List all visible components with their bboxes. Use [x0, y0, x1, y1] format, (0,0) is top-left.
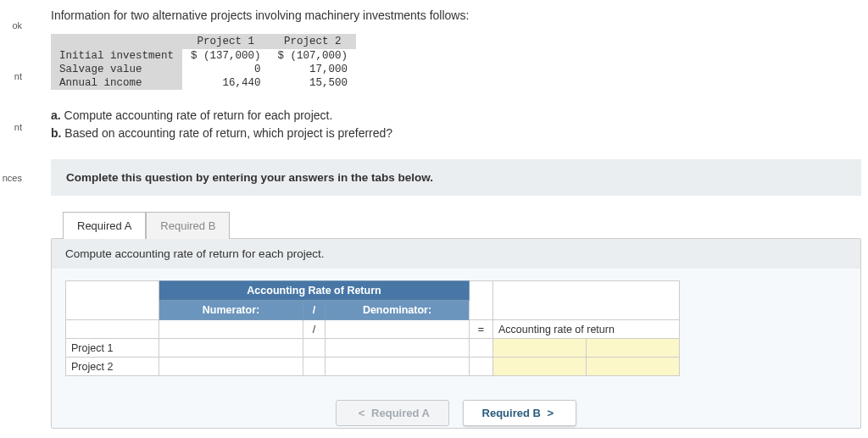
input-denominator-1[interactable]	[326, 339, 470, 358]
row-p2: 15,500	[270, 76, 357, 90]
eq-cell: =	[470, 320, 493, 339]
table-header-p1: Project 1	[182, 34, 270, 49]
table-header-blank	[51, 34, 182, 49]
row-project-1: Project 1	[66, 339, 159, 358]
nav-prev-label: Required A	[371, 407, 430, 419]
chevron-right-icon: >	[548, 407, 554, 419]
sidebar-item: nt	[0, 51, 25, 102]
table-header-p2: Project 2	[270, 34, 357, 49]
input-numerator-2[interactable]	[159, 358, 303, 376]
result-cell-1b[interactable]	[587, 339, 680, 358]
row-p1: $ (137,000)	[182, 49, 270, 63]
th-numerator: Numerator:	[159, 301, 303, 320]
tab-required-a[interactable]: Required A	[63, 212, 146, 239]
instruction-bar: Complete this question by entering your …	[51, 159, 861, 196]
row-blank	[66, 320, 159, 339]
nav-next-label: Required B	[482, 407, 541, 419]
sidebar-item: nt	[0, 102, 25, 152]
slash-cell: /	[303, 320, 326, 339]
result-label: Accounting rate of return	[493, 320, 680, 339]
q-b-prefix: b.	[51, 126, 61, 140]
input-denominator-0[interactable]	[326, 320, 470, 339]
q-a-prefix: a.	[51, 108, 61, 122]
sidebar-item: ok	[0, 0, 25, 51]
result-cell-2a[interactable]	[493, 358, 587, 376]
row-p1: 16,440	[182, 76, 270, 90]
row-project-2: Project 2	[66, 358, 159, 376]
q-b-text: Based on accounting rate of return, whic…	[64, 126, 392, 140]
eq-cell	[470, 358, 493, 376]
row-p1: 0	[182, 63, 270, 76]
question-list: a. Compute accounting rate of return for…	[51, 107, 868, 159]
eq-cell	[470, 339, 493, 358]
panel-instruction: Compute accounting rate of return for ea…	[52, 239, 860, 269]
input-numerator-1[interactable]	[159, 339, 303, 358]
row-label: Annual income	[51, 76, 182, 90]
chevron-left-icon: <	[359, 407, 365, 419]
input-denominator-2[interactable]	[326, 358, 470, 376]
row-p2: $ (107,000)	[270, 49, 357, 63]
row-p2: 17,000	[270, 63, 357, 76]
nav-next-button[interactable]: Required B >	[463, 400, 577, 426]
nav-prev-button[interactable]: < Required A	[336, 400, 449, 426]
slash-cell	[303, 339, 326, 358]
answer-table: Accounting Rate of Return Numerator: / D…	[65, 280, 680, 376]
th-accounting-rate: Accounting Rate of Return	[159, 281, 470, 301]
result-cell-1a[interactable]	[493, 339, 587, 358]
row-label: Salvage value	[51, 63, 182, 76]
intro-text: Information for two alternative projects…	[51, 0, 868, 34]
result-cell-2b[interactable]	[587, 358, 680, 376]
investment-data-table: Project 1 Project 2 Initial investment $…	[51, 34, 356, 90]
row-label: Initial investment	[51, 49, 182, 63]
th-slash: /	[303, 301, 326, 320]
slash-cell	[303, 358, 326, 376]
q-a-text: Compute accounting rate of return for ea…	[64, 108, 333, 122]
sidebar-item: nces	[0, 152, 25, 203]
input-numerator-0[interactable]	[159, 320, 303, 339]
th-denominator: Denominator:	[326, 301, 470, 320]
tab-required-b[interactable]: Required B	[146, 212, 230, 239]
